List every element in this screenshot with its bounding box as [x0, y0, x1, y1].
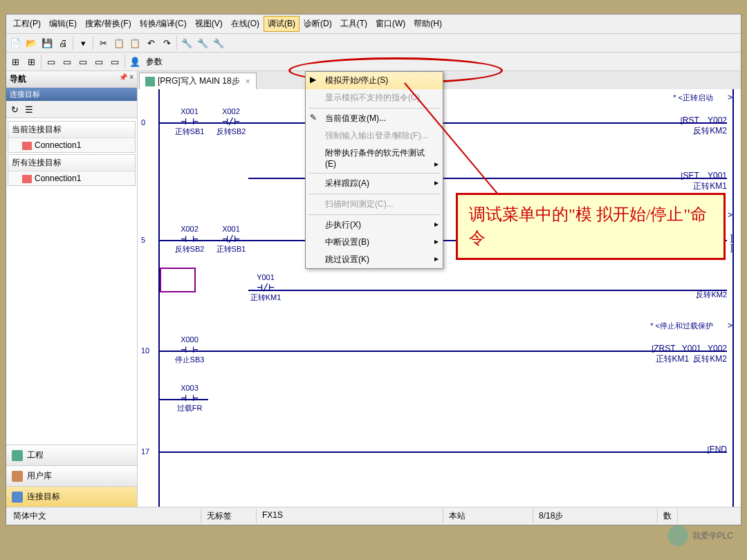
open-icon[interactable]: 📂 [24, 35, 39, 50]
toolbar-2: ⊞ ⊞ ▭ ▭ ▭ ▭ ▭ 👤 参数 [6, 53, 741, 71]
contact-x001[interactable]: X001 ⊣/⊢ 正转SB1 [214, 225, 248, 254]
toolbar-1: 📄 📂 💾 🖨 ▾ ✂ 📋 📋 ↶ ↷ 🔧 🔧 🔧 [6, 34, 741, 53]
copy-icon[interactable]: 📋 [111, 35, 127, 50]
step-num: 17 [141, 447, 149, 456]
cut-icon[interactable]: ✂ [95, 35, 111, 50]
tool-icon[interactable]: 🔧 [179, 35, 194, 50]
save-icon[interactable]: 💾 [39, 35, 55, 50]
contact-x000[interactable]: X000 ⊣ ⊢ 停止SB3 [172, 335, 207, 365]
panel-close-icon[interactable]: 📌 × [119, 73, 133, 85]
bracket: > [728, 321, 732, 330]
tab-title: [PRG]写入 MAIN 18步 [158, 75, 240, 87]
tool-icon[interactable]: 🔧 [195, 35, 210, 50]
coil-rst-y002[interactable]: [RST Y002反转KM2 [651, 115, 727, 137]
separator [93, 36, 93, 50]
separator [73, 36, 73, 50]
paste-icon[interactable]: 📋 [127, 35, 142, 50]
tool-icon[interactable]: 🔧 [211, 35, 226, 50]
list-icon[interactable]: ☰ [23, 103, 35, 115]
all-connections-section: 所有连接目标 Connection1 [8, 154, 136, 186]
sb-lang: 简体中文 [8, 509, 201, 523]
file-icon [145, 77, 155, 86]
redo-icon[interactable]: ↷ [159, 35, 174, 50]
ladder-icon[interactable]: ⊞ [24, 54, 39, 69]
menu-online[interactable]: 在线(O) [227, 16, 264, 32]
coil-zrst[interactable]: [ZRST Y001 Y002正转KM1 反转KM2 [589, 344, 727, 365]
rung-line [160, 451, 727, 453]
menu-window[interactable]: 窗口(W) [371, 16, 409, 32]
params-label: 参数 [146, 56, 163, 68]
menu-compile[interactable]: 转换/编译(C) [136, 16, 191, 32]
nav-connect[interactable]: 连接目标 [6, 486, 137, 507]
dd-force-io[interactable]: 强制输入输出登录/解除(F)... [306, 127, 443, 144]
nav-userlib[interactable]: 用户库 [6, 465, 137, 486]
menu-view[interactable]: 视图(V) [191, 16, 227, 32]
dd-skip-set[interactable]: 跳过设置(K)▸ [306, 251, 443, 268]
separator [308, 108, 440, 109]
separator [41, 55, 42, 68]
dd-break-set[interactable]: 中断设置(B)▸ [306, 234, 443, 251]
nav-project[interactable]: 工程 [6, 445, 137, 465]
print-icon[interactable]: 🖨 [55, 35, 71, 50]
dd-scan-time[interactable]: 扫描时间测定(C)... [306, 196, 443, 213]
menu-diagnose[interactable]: 诊断(D) [299, 16, 336, 32]
view-icon[interactable]: ▭ [75, 54, 91, 69]
view-icon[interactable]: ▭ [91, 54, 107, 69]
connection-item[interactable]: Connection1 [8, 138, 135, 152]
dd-sampling-trace[interactable]: 采样跟踪(A)▸ [306, 175, 443, 192]
connection-item[interactable]: Connection1 [8, 171, 135, 185]
separator [176, 36, 177, 50]
mini-toolbar: ↻ ☰ [6, 101, 137, 118]
dd-device-test[interactable]: 附带执行条件的软元件测试(E)▸ [306, 144, 443, 171]
right-rail [732, 89, 734, 507]
refresh-icon[interactable]: ↻ [8, 103, 21, 115]
dd-step-exec[interactable]: 步执行(X)▸ [306, 216, 443, 234]
app-window: - □ × 工程(P) 编辑(E) 搜索/替换(F) 转换/编译(C) 视图(V… [6, 14, 741, 525]
bracket: > [728, 210, 732, 220]
coil-end[interactable]: [END [708, 445, 727, 454]
dd-sim-start-stop[interactable]: ▶模拟开始/停止(S) [306, 72, 443, 89]
section-header[interactable]: 所有连接目标 [8, 155, 135, 171]
connect-header: 连接目标 [6, 88, 137, 101]
menu-tools[interactable]: 工具(T) [336, 16, 371, 32]
bracket: > [728, 93, 732, 102]
chevron-right-icon: ▸ [434, 159, 439, 169]
contact-x003[interactable]: X003 ⊣ ⊢ 过载FR [172, 384, 207, 413]
view-icon[interactable]: ▭ [107, 54, 122, 69]
step-num: 5 [141, 236, 145, 244]
dd-current-value[interactable]: ✎当前值更改(M)... [306, 110, 443, 127]
contact-y001[interactable]: Y001 ⊣/⊢ 正转KM1 [248, 273, 283, 303]
undo-icon[interactable]: ↶ [143, 35, 158, 50]
ladder-icon[interactable]: ⊞ [8, 54, 23, 69]
coil-set-y001[interactable]: [SET Y001正转KM1 [651, 171, 727, 192]
menu-edit[interactable]: 编辑(E) [45, 16, 81, 32]
connection-tree: 当前连接目标 Connection1 所有连接目标 Connection1 [6, 118, 137, 445]
tab-close-icon[interactable]: × [246, 77, 250, 86]
connection-icon [22, 175, 32, 183]
bracket: ]] [730, 233, 732, 252]
debug-dropdown: ▶模拟开始/停止(S) 显示模拟不支持的指令(O) ✎当前值更改(M)... 强… [305, 71, 443, 269]
menu-help[interactable]: 帮助(H) [409, 16, 446, 32]
contact-x001[interactable]: X001 ⊣ ⊢ 正转SB1 [172, 107, 207, 137]
dropdown-icon[interactable]: ▾ [75, 35, 91, 50]
new-icon[interactable]: 📄 [8, 35, 23, 50]
view-icon[interactable]: ▭ [59, 54, 75, 69]
contact-x002[interactable]: X002 ⊣ ⊢ 反转SB2 [172, 225, 207, 254]
contact-x002[interactable]: X002 ⊣/⊢ 反转SB2 [214, 107, 248, 137]
person-icon[interactable]: 👤 [127, 54, 142, 69]
menu-project[interactable]: 工程(P) [9, 16, 45, 32]
menu-debug[interactable]: 调试(B) [264, 16, 299, 32]
menu-search[interactable]: 搜索/替换(F) [81, 16, 136, 32]
sb-step: 8/18步 [533, 509, 658, 523]
wechat-icon [667, 525, 688, 531]
coil-km2[interactable]: 反转KM2 [696, 290, 727, 300]
nav-panel-title: 导航 📌 × [6, 71, 137, 88]
tab-prg-main[interactable]: [PRG]写入 MAIN 18步 × [139, 73, 257, 89]
separator [308, 194, 440, 194]
chevron-right-icon: ▸ [434, 236, 439, 246]
sim-icon: ▶ [310, 75, 316, 84]
section-header[interactable]: 当前连接目标 [8, 122, 135, 138]
view-icon[interactable]: ▭ [44, 54, 59, 69]
selection-cursor[interactable] [160, 268, 196, 292]
chevron-right-icon: ▸ [434, 219, 439, 229]
